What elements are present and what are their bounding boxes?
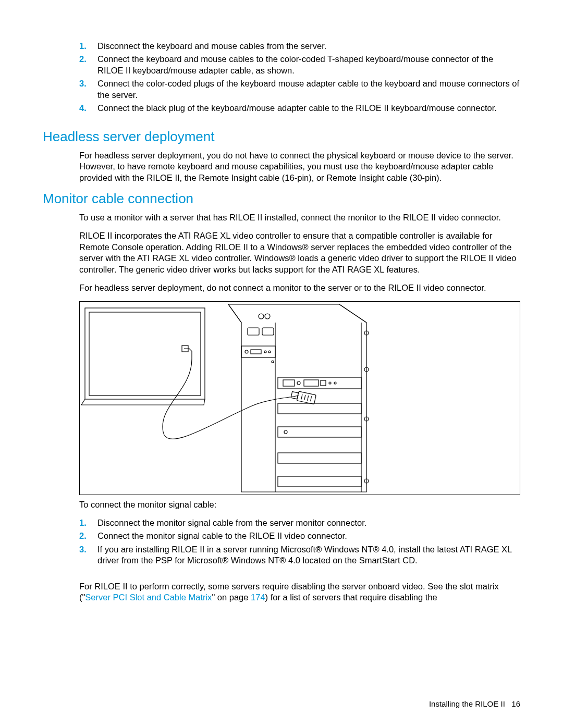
svg-rect-10 [251, 350, 261, 354]
svg-rect-18 [321, 380, 326, 386]
svg-rect-15 [283, 380, 295, 386]
step-item: Connect the black plug of the keyboard/m… [79, 103, 520, 114]
svg-rect-7 [262, 328, 274, 335]
svg-line-32 [301, 394, 302, 399]
step-item: Connect the color-coded plugs of the key… [79, 78, 520, 101]
svg-rect-1 [89, 312, 201, 396]
step-item: Connect the keyboard and mouse cables to… [79, 54, 520, 76]
monitor-p2: RILOE II incorporates the ATI RAGE XL vi… [79, 230, 520, 275]
monitor-cable-diagram [79, 301, 520, 495]
svg-rect-24 [278, 453, 361, 463]
svg-rect-14 [278, 377, 361, 389]
cross-ref-page[interactable]: 174 [251, 593, 265, 602]
svg-rect-22 [278, 427, 361, 437]
keyboard-mouse-steps: Disconnect the keyboard and mouse cables… [79, 41, 520, 114]
page-footer: Installing the RILOE II 16 [429, 699, 520, 708]
svg-rect-30 [297, 391, 316, 404]
monitor-p4: To connect the monitor signal cable: [79, 499, 520, 510]
svg-point-11 [264, 351, 266, 353]
svg-rect-17 [304, 380, 319, 386]
svg-point-19 [329, 382, 331, 384]
footer-page-number: 16 [511, 699, 520, 708]
svg-point-12 [268, 351, 271, 353]
svg-rect-31 [291, 391, 298, 399]
svg-point-16 [297, 381, 300, 385]
svg-rect-0 [85, 308, 205, 399]
step-item: Disconnect the keyboard and mouse cables… [79, 41, 520, 52]
heading-monitor: Monitor cable connection [43, 191, 520, 207]
svg-point-20 [334, 382, 336, 384]
monitor-p3: For headless server deployment, do not c… [79, 282, 520, 293]
svg-point-4 [259, 314, 264, 319]
svg-line-33 [304, 394, 305, 400]
svg-rect-8 [241, 346, 275, 357]
xref-mid: " on page [212, 593, 251, 602]
svg-rect-21 [278, 403, 361, 414]
cross-ref-link[interactable]: Server PCI Slot and Cable Matrix [85, 593, 212, 602]
xref-post: ) for a list of servers that require dis… [265, 593, 437, 602]
step-item: If you are installing RILOE II in a serv… [79, 544, 520, 566]
svg-line-34 [308, 396, 309, 401]
svg-point-13 [272, 361, 274, 363]
footer-text: Installing the RILOE II [429, 699, 505, 708]
heading-headless: Headless server deployment [43, 129, 520, 145]
svg-point-23 [284, 430, 287, 434]
svg-line-35 [311, 396, 312, 401]
step-item: Disconnect the monitor signal cable from… [79, 517, 520, 528]
svg-rect-25 [278, 476, 361, 487]
monitor-steps: Disconnect the monitor signal cable from… [79, 517, 520, 566]
page-content: Disconnect the keyboard and mouse cables… [43, 41, 520, 603]
headless-body: For headless server deployment, you do n… [79, 150, 520, 183]
monitor-p1: To use a monitor with a server that has … [79, 212, 520, 223]
monitor-p5: For RILOE II to perform correctly, some … [79, 581, 520, 603]
step-item: Connect the monitor signal cable to the … [79, 530, 520, 541]
svg-point-9 [245, 350, 248, 353]
svg-point-5 [265, 314, 270, 319]
svg-rect-6 [248, 328, 259, 335]
